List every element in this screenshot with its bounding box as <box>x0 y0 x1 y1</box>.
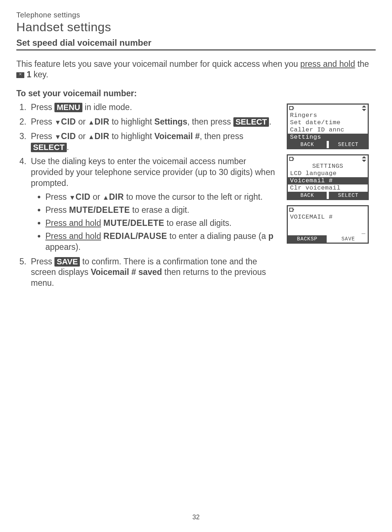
step1-a: Press <box>31 102 54 112</box>
redial-pause: REDIAL/PAUSE <box>103 231 167 241</box>
updown-arrow-icon <box>362 156 366 163</box>
battery-icon <box>289 105 294 112</box>
or2: or <box>76 131 88 141</box>
down-arrow-icon: ▼ <box>54 118 61 127</box>
lcd2-title: SETTINGS <box>288 163 368 170</box>
up-arrow-icon-2: ▲ <box>88 133 94 141</box>
lcd1-line-2: Caller ID annc <box>288 126 368 134</box>
key-one: 1 <box>26 70 31 79</box>
page-title: Handset settings <box>16 20 376 34</box>
step-1: Press MENU in idle mode. <box>29 102 280 113</box>
b2-b: to erase a digit. <box>130 205 189 215</box>
section-heading: Set speed dial voicemail number <box>16 38 376 48</box>
lcd1-line-3: Settings <box>288 134 368 141</box>
svg-marker-2 <box>362 105 366 107</box>
bullet-2: Press MUTE/DELETE to erase a digit. <box>45 205 280 216</box>
cid-label-2: CID <box>61 131 76 141</box>
intro-part3: key. <box>31 70 48 79</box>
battery-icon <box>289 207 294 214</box>
lcd-screen-2: SETTINGS LCD language Voicemail # Clr vo… <box>287 154 369 200</box>
step2-b: to highlight <box>109 117 154 126</box>
step2-a: Press <box>31 117 54 126</box>
or3: or <box>90 192 102 202</box>
svg-marker-7 <box>362 160 366 162</box>
steps-heading: To set your voicemail number: <box>16 89 376 98</box>
svg-rect-1 <box>293 107 294 109</box>
settings-word: Settings <box>154 117 187 126</box>
lcd-screen-1: Ringers Set date/time Caller ID annc Set… <box>287 103 369 149</box>
steps-list: Press MENU in idle mode. Press ▼CID or ▲… <box>16 102 280 289</box>
lcd-screen-3: VOICEMAIL # _ BACKSP SAVE <box>287 205 369 244</box>
up-arrow-icon-3: ▲ <box>102 194 109 202</box>
page-number: 32 <box>0 513 392 521</box>
down-arrow-icon-3: ▼ <box>69 194 75 202</box>
lcd1-line-0: Ringers <box>288 112 368 119</box>
mute-delete-1: MUTE/DELETE <box>69 205 130 215</box>
lcd-column: Ringers Set date/time Caller ID annc Set… <box>287 102 376 292</box>
b3-b: to erase all digits. <box>164 218 232 228</box>
b4-c: appears). <box>45 242 81 252</box>
dir-label: DIR <box>94 117 109 126</box>
dir-label-3: DIR <box>109 192 124 202</box>
or1: or <box>76 117 88 126</box>
svg-rect-0 <box>290 106 293 110</box>
dir-label-2: DIR <box>94 131 109 141</box>
step3-period: . <box>67 142 69 152</box>
bullet-4: Press and hold REDIAL/PAUSE to enter a d… <box>45 231 280 253</box>
lcd1-softkey-back: BACK <box>288 141 327 148</box>
lcd3-softkey-backsp: BACKSP <box>288 235 327 243</box>
b2-a: Press <box>45 205 69 215</box>
b4-a: Press and hold <box>45 231 101 241</box>
b1-b: to move the cursor to the left or right. <box>124 192 262 202</box>
svg-rect-8 <box>290 208 293 211</box>
step1-b: in idle mode. <box>82 102 132 112</box>
breadcrumb: Telephone settings <box>16 11 376 19</box>
svg-rect-5 <box>293 158 294 159</box>
cid-label: CID <box>61 117 76 126</box>
b3-a: Press and hold <box>45 218 101 228</box>
battery-icon <box>289 156 294 163</box>
step3-then: , then press <box>200 131 243 141</box>
b4-b: to enter a dialing pause (a <box>167 231 268 241</box>
step3-a: Press <box>31 131 54 141</box>
section-rule <box>16 49 376 50</box>
step-5: Press SAVE to confirm. There is a confir… <box>29 256 280 289</box>
lcd3-title: VOICEMAIL # <box>288 214 368 221</box>
lcd3-cursor: _ <box>288 228 368 235</box>
lcd2-line-2: Clr voicemail <box>288 184 368 192</box>
lcd3-softkey-save: SAVE <box>329 235 368 243</box>
voicemail-num-word: Voicemail # <box>154 131 200 141</box>
svg-rect-4 <box>290 157 293 161</box>
menu-badge: MENU <box>54 103 82 112</box>
svg-marker-3 <box>362 109 366 111</box>
intro-text: This feature lets you save your voicemai… <box>16 59 376 80</box>
step-4: Use the dialing keys to enter the voicem… <box>29 156 280 252</box>
lcd2-softkey-select: SELECT <box>329 192 368 199</box>
b1-a: Press <box>45 192 69 202</box>
select-badge-1: SELECT <box>233 117 269 127</box>
lcd2-line-0: LCD language <box>288 170 368 177</box>
updown-arrow-icon <box>362 105 366 112</box>
step4-text: Use the dialing keys to enter the voicem… <box>31 157 275 188</box>
s5-a: Press <box>31 257 54 266</box>
lcd1-softkey-select: SELECT <box>329 141 368 148</box>
bullet-1: Press ▼CID or ▲DIR to move the cursor to… <box>45 192 280 203</box>
intro-underline: press and hold <box>300 59 355 69</box>
step-3: Press ▼CID or ▲DIR to highlight Voicemai… <box>29 131 280 153</box>
svg-marker-6 <box>362 156 366 158</box>
intro-part2: the <box>355 59 369 69</box>
lcd2-softkey-back: BACK <box>288 192 327 199</box>
save-badge: SAVE <box>54 257 80 267</box>
svg-rect-9 <box>293 209 294 210</box>
lcd3-blank1 <box>288 221 368 228</box>
intro-part1: This feature lets you save your voicemai… <box>16 59 300 69</box>
step4-sublist: Press ▼CID or ▲DIR to move the cursor to… <box>31 192 280 252</box>
cid-label-3: CID <box>75 192 90 202</box>
step-2: Press ▼CID or ▲DIR to highlight Settings… <box>29 117 280 127</box>
step3-b: to highlight <box>109 131 154 141</box>
select-badge-2: SELECT <box>31 143 67 152</box>
step2-then: , then press <box>187 117 233 126</box>
mute-delete-2: MUTE/DELETE <box>103 218 164 228</box>
down-arrow-icon-2: ▼ <box>54 133 61 141</box>
up-arrow-icon: ▲ <box>88 118 94 127</box>
